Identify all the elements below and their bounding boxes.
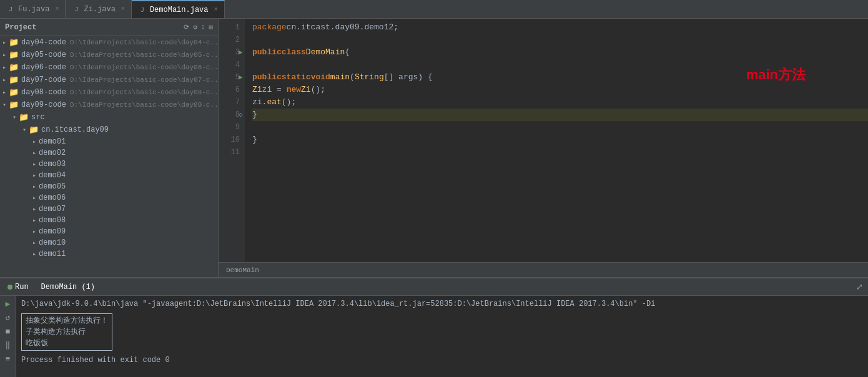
breadcrumb-label: DemoMain [226, 267, 259, 274]
code-line-3: ▶public class DemoMain { [252, 46, 868, 59]
sidebar-item-day04[interactable]: ▸📁day04-codeD:\IdeaProjects\basic-code\d… [0, 36, 218, 49]
kw-package: package [252, 21, 287, 34]
folder-icon: 📁 [29, 125, 39, 135]
run-output[interactable]: D:\java\jdk-9.0.4\bin\java "-javaagent:D… [16, 296, 868, 377]
sync-icon[interactable]: ⟳ [184, 23, 189, 31]
tab-fu-close[interactable]: × [55, 6, 59, 12]
sidebar-item-demo11[interactable]: ▸demo11 [0, 248, 218, 260]
line-number-3: 3 [219, 46, 240, 59]
sidebar-item-demo03[interactable]: ▸demo03 [0, 159, 218, 170]
tree-arrow: ▸ [0, 89, 9, 96]
sidebar-item-src[interactable]: ▾📁src [0, 111, 218, 124]
line-number-4: 4 [219, 59, 240, 71]
sidebar-item-demo08[interactable]: ▸demo08 [0, 215, 218, 226]
sidebar-item-demo07[interactable]: ▸demo07 [0, 203, 218, 215]
tree-arrow: ▸ [0, 51, 9, 59]
code-content[interactable]: main方法package cn.itcast.day09.demo12;▶pu… [245, 19, 868, 262]
line-number-7: 7 [219, 96, 240, 109]
config-icon[interactable]: ⚙ [193, 23, 197, 31]
demomain-tab-label: DemoMain (1) [41, 283, 95, 291]
tree-item-label: day08-code [21, 88, 66, 97]
kw-class: class [282, 46, 306, 59]
pause-button[interactable]: ‖ [2, 340, 14, 351]
run-tab-label: Run [15, 283, 29, 291]
tree-item-path: D:\IdeaProjects\basic-code\day07-c... [70, 76, 219, 84]
sidebar-item-day07[interactable]: ▸📁day07-codeD:\IdeaProjects\basic-code\d… [0, 74, 218, 86]
java-file-icon-3: J [138, 6, 147, 14]
cls-zi: Zi [252, 84, 262, 96]
tree-item-label: demo02 [39, 149, 66, 157]
stop-button[interactable]: ■ [2, 326, 14, 337]
brace-end: } [252, 134, 257, 146]
folder-icon: 📁 [19, 112, 29, 122]
kw-public: public [252, 46, 282, 59]
rerun-button[interactable]: ↺ [2, 312, 14, 323]
project-tree: ▸📁day04-codeD:\IdeaProjects\basic-code\d… [0, 36, 218, 260]
tab-bar: J Fu.java × J Zi.java × J DemoMain.java … [0, 0, 868, 19]
folder-icon: 📁 [9, 87, 19, 97]
tab-zi-close[interactable]: × [121, 6, 125, 12]
method-main: main [330, 71, 350, 84]
tree-arrow: ▸ [30, 217, 39, 224]
tab-fu[interactable]: J Fu.java × [0, 0, 66, 18]
process-finished-label: Process finished with exit code 0 [21, 356, 170, 365]
tree-arrow: ▸ [30, 239, 39, 247]
sidebar-item-demo02[interactable]: ▸demo02 [0, 147, 218, 159]
kw-new: new [287, 84, 301, 96]
sidebar-item-cn[interactable]: ▾📁cn.itcast.day09 [0, 124, 218, 136]
expand-panel-icon[interactable]: ⤢ [856, 282, 863, 292]
demomain-tab[interactable]: DemoMain (1) [36, 282, 100, 293]
tab-demomain[interactable]: J DemoMain.java × [132, 0, 225, 18]
run-tab[interactable]: Run [2, 282, 34, 293]
output-box-container: 抽象父类构造方法执行！子类构造方法执行吃饭饭 [21, 312, 863, 352]
editor-area: 1234567891011 main方法package cn.itcast.da… [219, 19, 868, 277]
sidebar-item-demo05[interactable]: ▸demo05 [0, 181, 218, 192]
folder-icon: 📁 [9, 75, 19, 85]
tree-item-label: demo10 [39, 238, 66, 247]
brace2: { [428, 71, 433, 84]
tree-arrow: ▸ [30, 194, 39, 202]
expand-icon[interactable]: ⊞ [209, 23, 213, 31]
sidebar-item-day09[interactable]: ▾📁day09-codeD:\IdeaProjects\basic-code\d… [0, 99, 218, 111]
sidebar-item-demo06[interactable]: ▸demo06 [0, 192, 218, 203]
tree-arrow: ▸ [30, 160, 39, 168]
output-line: 吃饭饭 [26, 338, 108, 349]
call-parens: (); [282, 96, 296, 109]
code-line-8: ◇ } [252, 109, 868, 121]
sidebar-item-day05[interactable]: ▸📁day05-codeD:\IdeaProjects\basic-code\d… [0, 49, 218, 61]
code-line-6: Zi zi = new Zi(); [252, 84, 868, 96]
sidebar-item-demo01[interactable]: ▸demo01 [0, 136, 218, 147]
tree-arrow: ▸ [0, 76, 9, 84]
dump-button[interactable]: ≡ [2, 353, 14, 365]
editor-breadcrumb: DemoMain [219, 262, 868, 277]
run-button[interactable]: ▶ [2, 298, 14, 310]
code-line-4 [252, 59, 868, 71]
sort-icon[interactable]: ↕ [201, 23, 205, 31]
tree-item-label: day05-code [21, 51, 66, 59]
output-box: 抽象父类构造方法执行！子类构造方法执行吃饭饭 [21, 313, 112, 351]
tree-item-path: D:\IdeaProjects\basic-code\day06-c... [70, 64, 219, 71]
folder-icon: 📁 [9, 62, 19, 72]
tree-arrow: ▸ [30, 149, 39, 157]
tree-arrow: ▸ [0, 39, 9, 46]
tree-arrow: ▸ [0, 64, 9, 71]
folder-icon: 📁 [9, 100, 19, 110]
sidebar-item-demo10[interactable]: ▸demo10 [0, 237, 218, 248]
sidebar-item-day06[interactable]: ▸📁day06-codeD:\IdeaProjects\basic-code\d… [0, 61, 218, 74]
sidebar-header-icons: ⟳ ⚙ ↕ ⊞ [184, 23, 213, 31]
java-file-icon-2: J [72, 5, 81, 14]
tab-zi[interactable]: J Zi.java × [66, 0, 131, 18]
paren: ( [350, 71, 355, 84]
sidebar-item-demo09[interactable]: ▸demo09 [0, 226, 218, 237]
sidebar-item-day08[interactable]: ▸📁day08-codeD:\IdeaProjects\basic-code\d… [0, 86, 218, 99]
sidebar-item-demo04[interactable]: ▸demo04 [0, 170, 218, 181]
tree-arrow: ▸ [30, 228, 39, 235]
tab-demomain-close[interactable]: × [214, 6, 218, 13]
tree-arrow: ▸ [30, 138, 39, 145]
code-line-10: } [252, 134, 868, 146]
cls-zi2: Zi [301, 84, 311, 96]
tree-arrow: ▸ [30, 250, 39, 258]
var-zi: zi = [262, 84, 287, 96]
run-dot-icon [7, 285, 12, 290]
code-container[interactable]: 1234567891011 main方法package cn.itcast.da… [219, 19, 868, 262]
